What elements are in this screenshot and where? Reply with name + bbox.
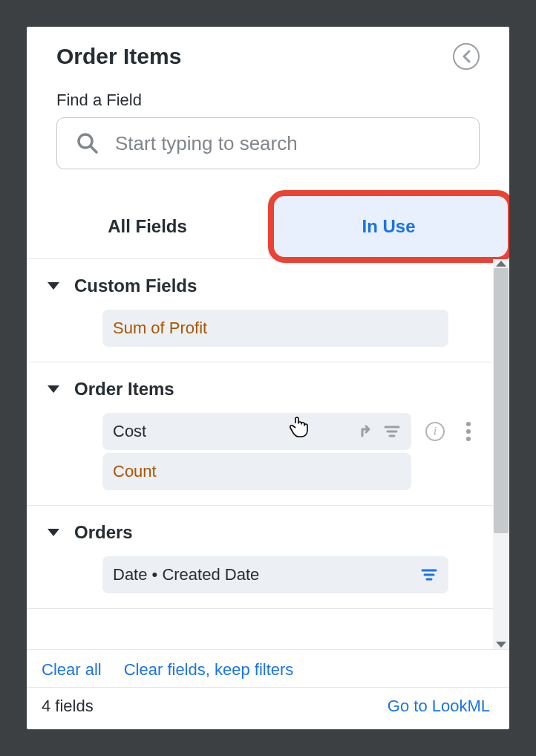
info-icon[interactable]: i [425,422,445,441]
search-label: Find a Field [27,73,509,114]
group-header-orders[interactable]: Orders [27,518,493,553]
group-header-order-items[interactable]: Order Items [27,374,493,410]
clear-all-link[interactable]: Clear all [42,660,102,680]
clear-fields-keep-filters-link[interactable]: Clear fields, keep filters [124,660,294,680]
scrollbar-thumb[interactable] [494,268,509,533]
group-header-custom-fields[interactable]: Custom Fields [27,271,493,307]
caret-down-icon [48,385,59,393]
field-count[interactable]: Count [102,453,411,490]
pivot-icon[interactable] [358,423,376,440]
field-label: Count [113,462,157,481]
field-count: 4 fields [42,697,94,716]
go-to-lookml-link[interactable]: Go to LookML [388,697,490,716]
svg-line-1 [91,146,97,152]
search-icon [76,132,99,154]
field-label: Date • Created Date [113,565,259,584]
collapse-panel-button[interactable] [453,43,480,70]
group-title: Order Items [74,379,174,400]
footer-links: Clear all Clear fields, keep filters [27,649,509,687]
filter-icon[interactable] [383,423,401,440]
field-label: Sum of Profit [113,319,207,338]
scrollbar[interactable] [493,259,509,649]
field-label: Cost [113,422,146,441]
group-title: Orders [74,522,133,543]
scroll-up-arrow-icon[interactable] [496,261,506,267]
chevron-left-icon [461,50,471,63]
caret-down-icon [48,282,59,290]
scroll-down-arrow-icon[interactable] [496,642,506,648]
filter-icon[interactable] [420,566,438,584]
group-title: Custom Fields [74,276,197,296]
field-picker-panel: Order Items Find a Field All Fields In U… [27,27,509,729]
tab-all-fields[interactable]: All Fields [27,195,268,258]
field-cost[interactable]: Cost [102,413,411,450]
field-sum-of-profit[interactable]: Sum of Profit [102,310,448,347]
field-more-menu[interactable] [466,422,471,441]
search-input[interactable] [114,131,460,156]
search-box[interactable] [56,117,480,169]
field-date-created-date[interactable]: Date • Created Date [102,556,448,593]
panel-title: Order Items [56,44,181,69]
tab-bar: All Fields In Use [27,195,509,259]
field-list: Custom Fields Sum of Profit Order Items … [27,259,493,649]
tab-in-use[interactable]: In Use [268,195,509,258]
caret-down-icon [48,529,59,536]
